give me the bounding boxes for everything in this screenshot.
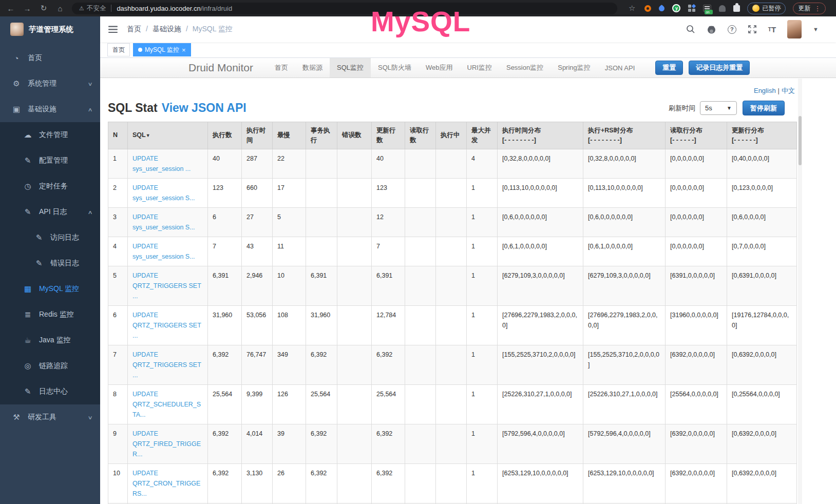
- sql-link[interactable]: UPDATE QRTZ_CRON_TRIGGERS...: [132, 470, 200, 497]
- sidebar-item-access-log[interactable]: ✎访问日志: [0, 225, 100, 250]
- column-header[interactable]: 执行中: [436, 122, 467, 149]
- table-row: 10UPDATE QRTZ_CRON_TRIGGERS...6,3923,130…: [108, 463, 797, 503]
- column-header[interactable]: 执行数: [208, 122, 242, 149]
- log-center-icon: ✎: [23, 387, 33, 396]
- sql-link[interactable]: UPDATE sys_user_session S...: [132, 214, 195, 231]
- home-icon[interactable]: ⌂: [54, 4, 66, 13]
- extensions-puzzle-icon[interactable]: [733, 5, 740, 12]
- column-header[interactable]: 执行时间: [242, 122, 273, 149]
- column-header[interactable]: 最大并发: [467, 122, 498, 149]
- sidebar-item-error-log[interactable]: ✎错误日志: [0, 250, 100, 276]
- druid-nav-item[interactable]: JSON API: [598, 58, 642, 77]
- sidebar-item-timer[interactable]: ◷定时任务: [0, 173, 100, 199]
- font-size-icon[interactable]: TT: [768, 25, 776, 34]
- sql-link[interactable]: UPDATE QRTZ_TRIGGERS SET ...: [132, 351, 201, 379]
- column-header[interactable]: 更新行分布[- - - - - -]: [727, 122, 797, 149]
- druid-nav-item[interactable]: SQL监控: [330, 58, 371, 77]
- help-icon[interactable]: ?: [728, 25, 736, 34]
- chevron-down-icon[interactable]: ▼: [813, 26, 819, 32]
- druid-page: Druid Monitor 首页数据源SQL监控SQL防火墙Web应用URI监控…: [100, 58, 836, 504]
- hamburger-menu-icon[interactable]: [108, 26, 118, 33]
- fullscreen-icon[interactable]: [748, 25, 757, 34]
- log-and-reset-button[interactable]: 记录日志并重置: [689, 61, 750, 75]
- refresh-interval-select[interactable]: 5s ▼: [700, 101, 737, 115]
- extension-donut-icon[interactable]: [644, 5, 651, 12]
- druid-nav-item[interactable]: URI监控: [460, 58, 499, 77]
- address-bar[interactable]: ⚠ 不安全 dashboard.yudao.iocoder.cn/infra/d…: [72, 3, 617, 14]
- column-header[interactable]: 最慢: [273, 122, 306, 149]
- reload-icon[interactable]: ↻: [38, 4, 49, 13]
- breadcrumb-item[interactable]: 首页: [127, 25, 141, 34]
- druid-nav-item[interactable]: 首页: [268, 58, 295, 77]
- extension-grid-icon[interactable]: [688, 5, 695, 12]
- druid-nav-item[interactable]: Web应用: [419, 58, 460, 77]
- druid-nav-item[interactable]: Spring监控: [550, 58, 598, 77]
- pause-refresh-button[interactable]: 暂停刷新: [743, 101, 785, 115]
- cell: [5792,596,4,0,0,0,0,0]: [583, 424, 666, 463]
- cell: 6: [108, 305, 128, 345]
- url-host: dashboard.yudao.iocoder.cn: [117, 5, 200, 12]
- lang-english-link[interactable]: English: [754, 87, 776, 94]
- sidebar-item-edit[interactable]: ✎配置管理: [0, 148, 100, 173]
- sql-link[interactable]: UPDATE QRTZ_SCHEDULER_STA...: [132, 391, 201, 418]
- column-header[interactable]: 事务执行: [306, 122, 337, 149]
- paused-badge[interactable]: 已暂停: [747, 3, 786, 14]
- back-icon[interactable]: ←: [5, 4, 16, 13]
- extension-list-icon[interactable]: on: [703, 5, 711, 12]
- druid-nav-item[interactable]: SQL防火墙: [371, 58, 419, 77]
- sidebar-item-dev-tools[interactable]: ⚒研发工具∨: [0, 404, 100, 430]
- sidebar-item-api-log[interactable]: ✎API 日志∧: [0, 199, 100, 225]
- sidebar-item-dashboard[interactable]: ◔首页: [0, 45, 100, 71]
- cell: [27696,2279,1983,2,0,0,0,0]: [498, 305, 583, 345]
- search-icon[interactable]: [686, 25, 695, 34]
- sidebar-item-redis-monitor[interactable]: ≣Redis 监控: [0, 302, 100, 327]
- sql-link[interactable]: UPDATE sys_user_session S...: [132, 184, 195, 202]
- sql-link[interactable]: UPDATE sys_user_session ...: [132, 155, 191, 172]
- sql-link[interactable]: UPDATE QRTZ_FIRED_TRIGGER...: [132, 430, 201, 458]
- sql-link[interactable]: UPDATE sys_user_session S...: [132, 243, 195, 260]
- scrollbar-thumb[interactable]: [799, 116, 802, 165]
- column-header[interactable]: 读取行分布[- - - - - -]: [666, 122, 727, 149]
- scrollbar[interactable]: [798, 79, 802, 504]
- column-header[interactable]: 执行时间分布[- - - - - - - -]: [498, 122, 583, 149]
- kebab-menu-icon[interactable]: ⋮: [814, 5, 821, 12]
- close-icon[interactable]: ×: [182, 47, 186, 53]
- view-json-api-link[interactable]: View JSON API: [162, 101, 246, 115]
- column-header[interactable]: SQL▼: [128, 122, 208, 149]
- tag-item[interactable]: 首页: [107, 43, 130, 56]
- user-avatar[interactable]: [787, 20, 802, 38]
- extension-gem-icon[interactable]: [658, 4, 666, 12]
- sidebar-item-java-monitor[interactable]: ☕Java 监控: [0, 327, 100, 353]
- sql-link[interactable]: UPDATE QRTZ_TRIGGERS SET ...: [132, 312, 201, 339]
- column-header[interactable]: 错误数: [337, 122, 372, 149]
- column-header[interactable]: 执行+RS时分布[- - - - - - - -]: [583, 122, 666, 149]
- reset-button[interactable]: 重置: [655, 61, 683, 75]
- druid-nav-item[interactable]: 数据源: [295, 58, 330, 77]
- cell: [25564,0,0,0,0,0]: [666, 384, 727, 424]
- column-header[interactable]: N: [108, 122, 128, 149]
- lang-chinese-link[interactable]: 中文: [782, 87, 795, 94]
- sidebar-item-gear[interactable]: ⚙系统管理∨: [0, 71, 100, 96]
- sidebar-item-cloud-upload[interactable]: ☁文件管理: [0, 122, 100, 148]
- sidebar-item-log-center[interactable]: ✎日志中心: [0, 379, 100, 404]
- extension-ghost-icon[interactable]: [719, 5, 726, 12]
- sidebar-item-trace[interactable]: ◎链路追踪: [0, 353, 100, 379]
- cell: [405, 384, 436, 424]
- column-header[interactable]: 读取行数: [405, 122, 436, 149]
- extension-green-icon[interactable]: y: [672, 4, 680, 12]
- druid-brand[interactable]: Druid Monitor: [188, 58, 253, 77]
- sidebar-item-infrastructure[interactable]: ▣基础设施∧: [0, 96, 100, 122]
- sql-link[interactable]: UPDATE QRTZ_TRIGGERS SET ...: [132, 272, 201, 300]
- app-logo[interactable]: 芋道管理系统: [0, 16, 100, 42]
- druid-nav-item[interactable]: Session监控: [499, 58, 550, 77]
- cell: [436, 305, 467, 345]
- bookmark-star-icon[interactable]: ☆: [629, 4, 635, 13]
- breadcrumb-item[interactable]: 基础设施: [153, 25, 181, 34]
- forward-icon[interactable]: →: [22, 4, 33, 13]
- github-icon[interactable]: [707, 25, 716, 34]
- update-badge[interactable]: 更新 ⋮: [793, 3, 826, 14]
- column-header[interactable]: 更新行数: [372, 122, 405, 149]
- sql-cell: UPDATE QRTZ_TRIGGERS SET ...: [128, 305, 208, 345]
- tag-active[interactable]: MySQL 监控×: [133, 43, 191, 56]
- sidebar-item-mysql-monitor[interactable]: ▦MySQL 监控: [0, 276, 100, 302]
